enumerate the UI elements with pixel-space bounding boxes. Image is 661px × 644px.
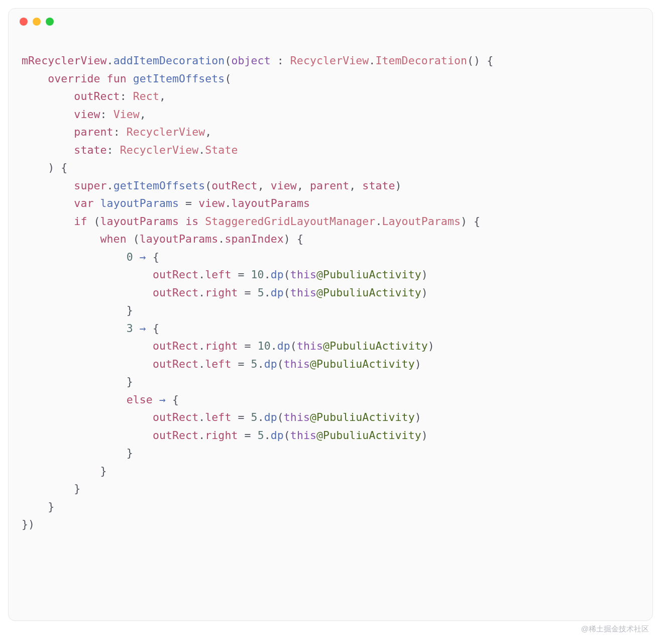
code-token: state — [362, 179, 395, 192]
code-token: getItemOffsets — [133, 72, 225, 85]
code-token: ) { — [22, 161, 67, 174]
code-token — [22, 358, 153, 370]
code-token: { — [146, 251, 159, 263]
code-token: . — [264, 429, 271, 442]
code-token: this — [284, 411, 310, 423]
code-token: layoutParams — [100, 197, 179, 209]
code-line: ) { — [22, 159, 639, 177]
code-token: dp — [271, 429, 284, 442]
code-line: super.getItemOffsets(outRect, view, pare… — [22, 177, 639, 195]
code-token: , — [205, 126, 211, 138]
maximize-icon[interactable] — [46, 18, 54, 26]
code-token: } — [22, 465, 107, 477]
code-token: outRect — [153, 358, 198, 370]
code-token: 5 — [251, 358, 258, 370]
code-token: dp — [277, 340, 290, 352]
code-token: , — [159, 90, 166, 102]
code-token: else — [127, 393, 153, 406]
code-line: outRect.right = 5.dp(this@PubuliuActivit… — [22, 426, 639, 445]
code-token: ) — [421, 286, 428, 299]
code-token: ) — [421, 268, 428, 281]
code-line: outRect.left = 5.dp(this@PubuliuActivity… — [22, 408, 639, 426]
code-token: ItemDecoration — [375, 54, 467, 67]
code-token: StaggeredGridLayoutManager — [205, 215, 375, 228]
code-token — [22, 251, 127, 263]
code-token — [100, 72, 107, 85]
code-token: this — [284, 358, 310, 370]
code-token: = — [238, 429, 257, 442]
code-token: outRect — [153, 411, 198, 423]
code-token: getItemOffsets — [114, 179, 205, 192]
code-token — [133, 251, 140, 263]
code-token: ( — [205, 179, 211, 192]
code-token: : — [107, 144, 120, 156]
code-token: addItemDecoration — [114, 54, 225, 67]
close-icon[interactable] — [20, 18, 28, 26]
code-token: @PubuliuActivity — [323, 340, 428, 352]
code-token: this — [290, 268, 316, 281]
code-token — [22, 393, 127, 406]
code-token: fun — [107, 72, 127, 85]
code-token: layoutParams — [140, 233, 218, 245]
code-token: mRecyclerView — [22, 54, 107, 67]
code-token: super — [74, 179, 106, 192]
code-line: view: View, — [22, 105, 639, 124]
code-token: . — [198, 340, 205, 352]
code-token — [153, 393, 159, 406]
code-token — [22, 215, 74, 228]
code-token: . — [198, 429, 205, 442]
code-token — [133, 322, 140, 335]
code-token: right — [205, 286, 238, 299]
code-token — [22, 268, 153, 281]
code-token: 5 — [258, 286, 264, 299]
window-titlebar — [9, 9, 652, 35]
code-token: parent — [310, 179, 349, 192]
code-line: }) — [22, 515, 639, 533]
code-token: ( — [284, 286, 290, 299]
code-token: { — [166, 393, 179, 406]
code-token: : — [100, 108, 114, 121]
minimize-icon[interactable] — [33, 18, 41, 26]
code-block: mRecyclerView.addItemDecoration(object :… — [9, 35, 652, 547]
code-token: ) — [421, 429, 428, 442]
code-token: ( — [277, 411, 284, 423]
code-token: state — [74, 144, 106, 156]
watermark-label: @稀土掘金技术社区 — [581, 624, 649, 634]
code-line: } — [22, 373, 639, 391]
code-token: view — [271, 179, 297, 192]
code-token: . — [198, 144, 205, 156]
code-token: object — [231, 54, 270, 67]
code-token: { — [146, 322, 159, 335]
code-window: mRecyclerView.addItemDecoration(object :… — [8, 8, 653, 621]
code-token: = — [238, 286, 257, 299]
code-token: 5 — [251, 411, 258, 423]
code-token: view — [198, 197, 225, 209]
code-token: when — [100, 233, 127, 245]
code-token: . — [225, 197, 231, 209]
code-token — [22, 90, 74, 102]
code-token: ) — [395, 179, 402, 192]
code-token: , — [140, 108, 146, 121]
code-line: outRect.left = 10.dp(this@PubuliuActivit… — [22, 266, 639, 284]
code-token — [22, 322, 127, 335]
code-token: parent — [74, 126, 113, 138]
code-line: 3 → { — [22, 319, 639, 338]
code-line: override fun getItemOffsets( — [22, 70, 639, 88]
code-token: = — [231, 358, 251, 370]
code-token: . — [198, 411, 205, 423]
code-line: parent: RecyclerView, — [22, 123, 639, 141]
code-token: . — [258, 411, 264, 423]
code-token: . — [258, 358, 264, 370]
code-token: = — [179, 197, 198, 209]
code-token: . — [369, 54, 375, 67]
code-token — [22, 144, 74, 156]
code-token: } — [22, 482, 80, 495]
code-token: right — [205, 340, 238, 352]
code-line: } — [22, 444, 639, 462]
code-token: : — [114, 126, 127, 138]
code-token: 10 — [258, 340, 271, 352]
code-token: → — [159, 393, 166, 406]
code-token: . — [264, 286, 271, 299]
code-token: = — [238, 340, 257, 352]
code-line: var layoutParams = view.layoutParams — [22, 194, 639, 212]
